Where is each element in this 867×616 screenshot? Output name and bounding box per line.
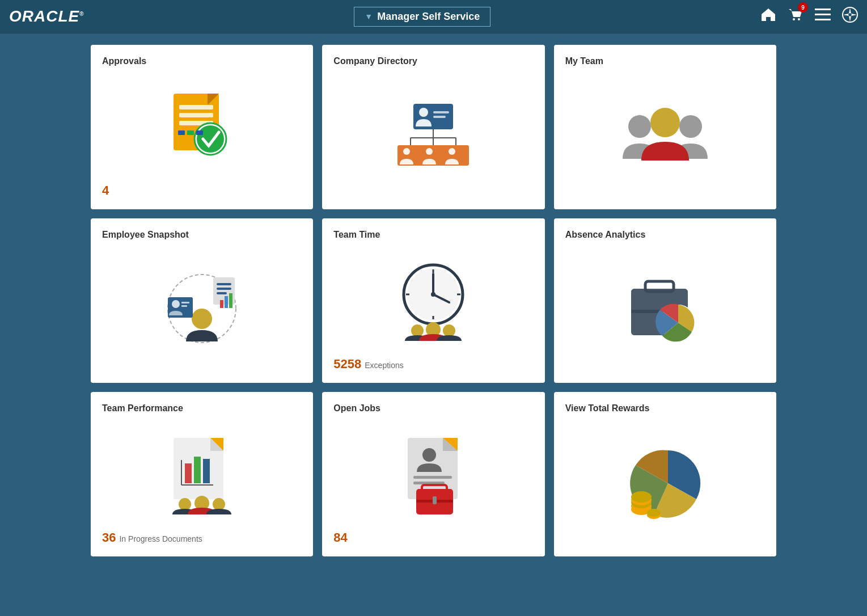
view-total-rewards-icon	[620, 442, 710, 522]
cart-count: 9	[798, 2, 808, 12]
svg-rect-8	[179, 113, 213, 117]
svg-rect-67	[203, 459, 210, 483]
svg-rect-75	[413, 476, 452, 479]
tile-absence-analytics-title: Absence Analytics	[565, 230, 765, 240]
tile-team-time-title: Team Time	[333, 230, 533, 240]
tile-my-team-body	[565, 72, 765, 198]
app-header: ORACLE® ▼ Manager Self Service 9	[0, 0, 867, 33]
svg-point-55	[411, 324, 424, 337]
tile-approvals[interactable]: Approvals 4	[91, 45, 313, 209]
svg-rect-2	[815, 9, 831, 10]
tile-employee-snapshot-title: Employee Snapshot	[102, 230, 302, 240]
svg-point-27	[426, 148, 433, 155]
absence-analytics-icon	[623, 269, 708, 348]
cart-button[interactable]: 9	[788, 7, 803, 26]
svg-rect-38	[220, 300, 223, 308]
svg-point-74	[422, 448, 436, 462]
tile-team-performance-body	[102, 419, 302, 530]
tile-approvals-title: Approvals	[102, 56, 302, 66]
tile-open-jobs[interactable]: Open Jobs 84	[322, 392, 544, 556]
open-jobs-count: 84	[333, 530, 347, 545]
tile-open-jobs-footer: 84	[333, 530, 533, 545]
home-button[interactable]	[760, 7, 776, 26]
svg-point-16	[419, 108, 428, 117]
svg-point-32	[679, 115, 702, 138]
svg-point-50	[431, 292, 435, 297]
tile-absence-analytics[interactable]: Absence Analytics	[554, 218, 776, 383]
menu-button[interactable]	[815, 9, 831, 24]
app-title: Manager Self Service	[377, 11, 480, 23]
tile-employee-snapshot-body	[102, 246, 302, 372]
svg-point-41	[192, 309, 212, 329]
open-jobs-icon	[391, 435, 476, 514]
dashboard-grid: Approvals 4	[0, 33, 867, 568]
svg-rect-65	[185, 463, 192, 483]
approvals-count: 4	[102, 183, 109, 198]
team-performance-label: In Progress Documents	[119, 534, 202, 543]
tile-my-team-title: My Team	[565, 56, 765, 66]
tile-absence-analytics-body	[565, 246, 765, 372]
oracle-logo: ORACLE®	[9, 7, 84, 26]
compass-button[interactable]	[842, 7, 858, 26]
svg-rect-13	[187, 130, 194, 135]
svg-rect-4	[815, 19, 831, 20]
approvals-icon	[162, 88, 242, 167]
svg-point-11	[197, 125, 224, 153]
tile-my-team[interactable]: My Team	[554, 45, 776, 209]
svg-point-0	[793, 18, 795, 20]
svg-point-29	[449, 148, 455, 155]
tile-company-directory-body	[333, 72, 533, 198]
svg-point-1	[798, 18, 800, 20]
logo-area: ORACLE®	[9, 7, 84, 26]
tile-team-performance-footer: 36 In Progress Documents	[102, 530, 302, 545]
svg-rect-12	[178, 130, 185, 135]
svg-rect-66	[194, 457, 201, 483]
svg-point-25	[403, 148, 410, 155]
tile-approvals-body	[102, 72, 302, 183]
svg-rect-40	[229, 293, 232, 308]
svg-rect-80	[433, 496, 437, 504]
tile-view-total-rewards[interactable]: View Total Rewards	[554, 392, 776, 556]
svg-rect-18	[433, 116, 446, 118]
svg-rect-37	[217, 292, 227, 294]
svg-rect-36	[217, 288, 231, 290]
svg-rect-7	[179, 105, 213, 109]
tile-open-jobs-body	[333, 419, 533, 530]
company-directory-icon	[391, 95, 476, 175]
svg-point-72	[213, 498, 225, 510]
tile-team-performance-title: Team Performance	[102, 403, 302, 414]
dropdown-arrow-icon: ▼	[365, 12, 373, 21]
svg-point-31	[628, 115, 651, 138]
tile-open-jobs-title: Open Jobs	[333, 403, 533, 414]
tile-approvals-footer: 4	[102, 183, 302, 198]
tile-team-time[interactable]: Team Time	[322, 218, 544, 383]
svg-rect-3	[815, 14, 831, 15]
tile-company-directory-title: Company Directory	[333, 56, 533, 66]
tile-team-time-footer: 5258 Exceptions	[333, 356, 533, 372]
svg-point-86	[631, 491, 652, 503]
svg-rect-14	[196, 130, 203, 135]
app-selector[interactable]: ▼ Manager Self Service	[354, 7, 490, 27]
employee-snapshot-icon	[157, 269, 247, 348]
svg-rect-39	[225, 296, 228, 308]
team-performance-count: 36	[102, 530, 116, 545]
my-team-icon	[620, 95, 710, 175]
svg-rect-44	[181, 302, 189, 303]
team-time-icon	[388, 261, 479, 341]
header-actions: 9	[760, 7, 858, 26]
svg-rect-35	[217, 283, 231, 285]
svg-point-57	[443, 324, 455, 337]
svg-rect-17	[433, 111, 449, 113]
tile-employee-snapshot[interactable]: Employee Snapshot	[91, 218, 313, 383]
tile-company-directory[interactable]: Company Directory	[322, 45, 544, 209]
team-performance-icon	[157, 435, 247, 514]
tile-team-performance[interactable]: Team Performance	[91, 392, 313, 556]
svg-point-43	[172, 300, 180, 308]
svg-point-70	[179, 498, 191, 510]
svg-point-30	[650, 108, 680, 137]
team-time-label: Exceptions	[365, 361, 403, 370]
svg-rect-45	[181, 305, 187, 307]
tile-view-total-rewards-title: View Total Rewards	[565, 403, 765, 414]
tile-team-time-body	[333, 246, 533, 356]
svg-point-88	[647, 509, 661, 517]
